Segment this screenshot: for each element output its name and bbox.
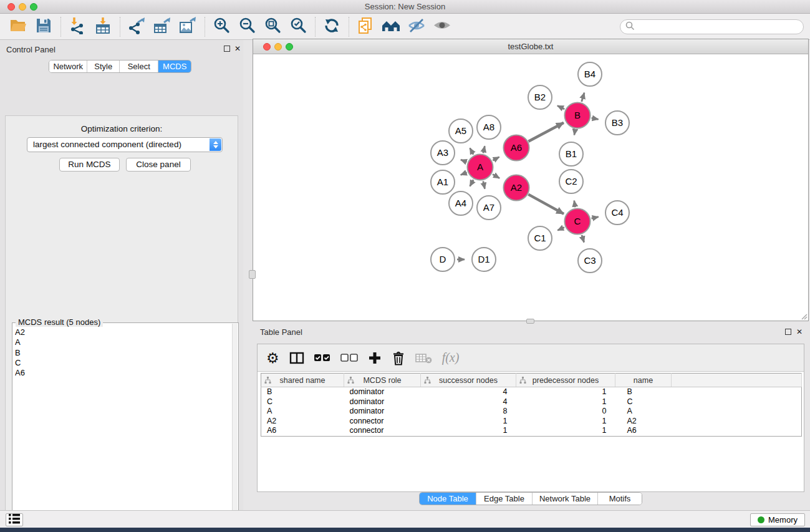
table-cell[interactable]: dominator — [344, 407, 421, 417]
graph-edge-C-C4[interactable] — [591, 217, 598, 218]
splitter-handle-bottom[interactable] — [526, 319, 534, 324]
graph-edge-A-A2[interactable] — [493, 174, 499, 178]
search-field[interactable] — [620, 19, 804, 34]
table-cell[interactable]: A6 — [615, 426, 672, 436]
unselect-all-columns-icon[interactable] — [340, 349, 358, 367]
graph-node-D[interactable]: D — [431, 248, 455, 271]
graph-node-B3[interactable]: B3 — [605, 111, 629, 135]
table-float-icon[interactable] — [785, 329, 791, 335]
column-header-name[interactable]: name — [615, 374, 672, 387]
table-cell[interactable]: 1 — [421, 417, 516, 427]
graph-edge-C-C3[interactable] — [582, 235, 584, 243]
table-row[interactable]: A6connector11A6 — [261, 426, 802, 436]
table-cell[interactable]: C — [615, 397, 672, 407]
graph-edge-A-A7[interactable] — [483, 181, 485, 188]
table-row[interactable]: A2connector11A2 — [261, 417, 802, 427]
graph-edge-A-A1[interactable] — [461, 173, 467, 175]
zoom-selected-button[interactable] — [287, 16, 309, 37]
delete-table-icon[interactable] — [415, 349, 432, 367]
memory-button[interactable]: Memory — [750, 513, 805, 526]
result-item[interactable]: A2 — [15, 327, 229, 337]
result-item[interactable]: C — [15, 358, 229, 368]
select-all-columns-icon[interactable] — [314, 349, 330, 367]
close-panel-icon[interactable]: ✕ — [234, 45, 241, 52]
graph-node-C2[interactable]: C2 — [559, 170, 583, 193]
table-cell[interactable]: A2 — [615, 417, 672, 427]
graph-edge-C-C2[interactable] — [574, 201, 576, 208]
graph-node-C[interactable]: C — [565, 209, 591, 235]
graph-node-C1[interactable]: C1 — [528, 226, 552, 250]
graph-node-A1[interactable]: A1 — [431, 170, 455, 194]
graph-edge-A-A4[interactable] — [470, 180, 474, 186]
graph-edge-B-B2[interactable] — [557, 105, 564, 109]
table-cell[interactable]: connector — [344, 426, 421, 436]
graph-node-A8[interactable]: A8 — [477, 115, 501, 139]
table-cell[interactable]: B — [261, 387, 344, 397]
tab-edge-table[interactable]: Edge Table — [476, 493, 533, 505]
tab-node-table[interactable]: Node Table — [420, 493, 476, 505]
zoom-out-button[interactable] — [236, 16, 258, 37]
table-cell[interactable]: 1 — [516, 426, 615, 436]
settings-gear-icon[interactable]: ⚙ — [266, 349, 279, 367]
add-column-icon[interactable] — [368, 349, 382, 367]
export-table-button[interactable] — [152, 16, 173, 37]
table-cell[interactable]: A — [261, 407, 344, 417]
graph-node-A5[interactable]: A5 — [449, 119, 473, 143]
task-history-button[interactable] — [6, 513, 23, 526]
graph-node-A6[interactable]: A6 — [504, 135, 529, 161]
table-cell[interactable]: A2 — [261, 417, 344, 427]
export-image-button[interactable] — [177, 16, 198, 37]
table-cell[interactable]: 1 — [516, 397, 615, 407]
table-cell[interactable]: C — [261, 397, 344, 407]
split-panel-icon[interactable] — [289, 349, 304, 367]
tab-style[interactable]: Style — [87, 60, 120, 72]
hide-selected-button[interactable] — [406, 16, 427, 37]
graph-edge-C-C1[interactable] — [557, 227, 564, 230]
table-cell[interactable]: A6 — [261, 426, 344, 436]
graph-edge-B-B3[interactable] — [592, 118, 599, 119]
graph-edge-B-B1[interactable] — [574, 130, 575, 135]
tab-select[interactable]: Select — [120, 60, 158, 72]
graph-edge-A-A8[interactable] — [483, 146, 485, 153]
result-scrollbar[interactable] — [232, 324, 238, 532]
graph-node-C4[interactable]: C4 — [605, 201, 629, 225]
import-network-button[interactable] — [67, 16, 88, 37]
graph-node-B2[interactable]: B2 — [528, 85, 552, 109]
save-session-button[interactable] — [33, 16, 54, 37]
graph-node-B[interactable]: B — [565, 103, 591, 128]
export-network-button[interactable] — [126, 16, 147, 37]
zoom-fit-button[interactable] — [262, 16, 283, 37]
tab-network[interactable]: Network — [49, 60, 87, 72]
import-table-button[interactable] — [92, 16, 113, 37]
delete-column-icon[interactable] — [392, 349, 405, 367]
column-header-predecessor-nodes[interactable]: predecessor nodes — [516, 374, 615, 387]
splitter-handle-left[interactable] — [249, 270, 256, 279]
table-cell[interactable]: connector — [344, 417, 421, 427]
graph-node-C3[interactable]: C3 — [578, 249, 602, 273]
table-cell[interactable]: dominator — [344, 397, 421, 407]
table-cell[interactable]: dominator — [344, 387, 421, 397]
search-input[interactable] — [635, 21, 803, 32]
open-session-button[interactable] — [7, 16, 29, 37]
table-close-icon[interactable]: ✕ — [796, 328, 803, 336]
table-cell[interactable]: A — [615, 407, 672, 417]
zoom-in-button[interactable] — [211, 16, 232, 37]
result-item[interactable]: B — [15, 348, 229, 358]
show-all-button[interactable] — [432, 16, 453, 37]
graph-edge-A6-B[interactable] — [528, 123, 563, 142]
column-header-shared-name[interactable]: shared name — [261, 374, 344, 387]
graph-edge-A-A5[interactable] — [470, 148, 474, 154]
apply-function-icon[interactable]: f(x) — [442, 349, 460, 367]
graph-node-A2[interactable]: A2 — [504, 175, 529, 201]
column-header-successor-nodes[interactable]: successor nodes — [421, 374, 516, 387]
table-cell[interactable]: 1 — [516, 417, 615, 427]
graph-node-D1[interactable]: D1 — [472, 248, 496, 271]
network-graph-canvas[interactable]: B4B2BB3A8A5A6A3B1AC2A1A2A4A7C4CC1C3DD1 — [253, 54, 808, 321]
table-cell[interactable]: B — [615, 387, 672, 397]
refresh-view-button[interactable] — [321, 16, 342, 37]
table-cell[interactable]: 4 — [421, 397, 516, 407]
table-row[interactable]: Cdominator41C — [261, 397, 802, 407]
tab-mcds[interactable]: MCDS — [158, 60, 191, 72]
table-cell[interactable]: 0 — [516, 407, 615, 417]
result-item[interactable]: A6 — [15, 368, 229, 378]
